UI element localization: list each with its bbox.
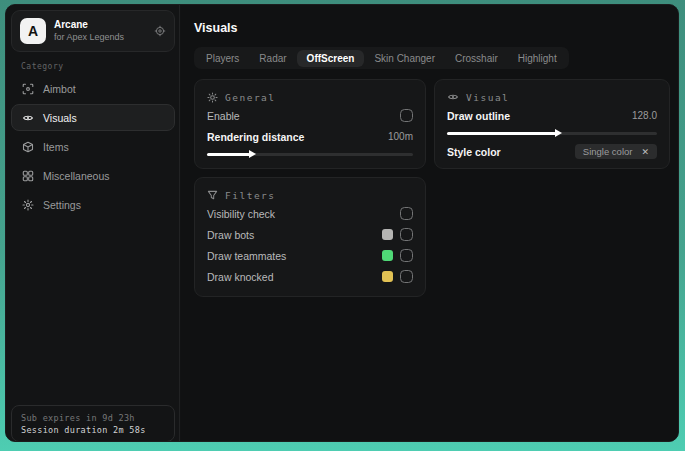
page-title: Visuals xyxy=(194,21,238,35)
tab-radar[interactable]: Radar xyxy=(249,50,296,67)
draw-bots-row: Draw bots xyxy=(207,224,413,245)
app-subtitle: for Apex Legends xyxy=(54,32,146,43)
sidebar-item-visuals[interactable]: Visuals xyxy=(11,104,175,131)
crosshair-icon xyxy=(22,83,34,95)
style-color-chip-label: Single color xyxy=(583,146,633,157)
main-content: Visuals Players Radar OffScreen Skin Cha… xyxy=(181,5,678,441)
tab-players[interactable]: Players xyxy=(196,50,249,67)
draw-teammates-label: Draw teammates xyxy=(207,250,286,262)
visibility-check-checkbox[interactable] xyxy=(400,207,413,220)
eye-icon xyxy=(447,91,459,103)
tab-crosshair[interactable]: Crosshair xyxy=(445,50,508,67)
category-label: Category xyxy=(21,62,64,71)
draw-knocked-label: Draw knocked xyxy=(207,271,274,283)
chip-close-icon[interactable]: ✕ xyxy=(641,147,649,157)
funnel-icon xyxy=(207,190,218,201)
app-logo: A xyxy=(20,18,46,44)
tab-offscreen[interactable]: OffScreen xyxy=(297,50,365,67)
sidebar-item-aimbot[interactable]: Aimbot xyxy=(11,75,175,102)
draw-knocked-color-swatch[interactable] xyxy=(382,271,393,282)
grid-icon xyxy=(22,170,34,182)
eye-scan-icon xyxy=(22,112,34,124)
visibility-check-row: Visibility check xyxy=(207,203,413,224)
card-general-title: General xyxy=(225,92,276,103)
package-icon xyxy=(22,141,34,153)
enable-label: Enable xyxy=(207,110,240,122)
enable-row: Enable xyxy=(207,105,413,126)
visuals-tabstrip: Players Radar OffScreen Skin Changer Cro… xyxy=(194,47,569,69)
draw-outline-row: Draw outline 128.0 xyxy=(447,105,657,126)
draw-outline-label: Draw outline xyxy=(447,110,510,122)
draw-knocked-checkbox[interactable] xyxy=(400,270,413,283)
sun-icon xyxy=(207,92,218,103)
sub-expiry-text: Sub expires in 9d 23h xyxy=(21,413,165,423)
style-color-row: Style color Single color ✕ xyxy=(447,141,657,162)
sidebar-item-label: Visuals xyxy=(43,112,77,124)
brand-gear-icon[interactable] xyxy=(154,25,166,37)
sidebar-item-miscellaneous[interactable]: Miscellaneous xyxy=(11,162,175,189)
gear-icon xyxy=(22,199,34,211)
sidebar-item-settings[interactable]: Settings xyxy=(11,191,175,218)
sidebar: A Arcane for Apex Legends Category xyxy=(6,5,180,441)
app-title: Arcane xyxy=(54,19,146,32)
app-window: A Arcane for Apex Legends Category xyxy=(5,4,679,442)
draw-teammates-row: Draw teammates xyxy=(207,245,413,266)
brand-card: A Arcane for Apex Legends xyxy=(11,10,175,52)
card-visual-title: Visual xyxy=(466,92,509,103)
card-visual: Visual Draw outline 128.0 Style color Si… xyxy=(434,79,670,169)
sidebar-item-label: Aimbot xyxy=(43,83,76,95)
card-filters: Filters Visibility check Draw bots Draw … xyxy=(194,177,426,297)
sidebar-item-items[interactable]: Items xyxy=(11,133,175,160)
draw-bots-checkbox[interactable] xyxy=(400,228,413,241)
rendering-distance-label: Rendering distance xyxy=(207,131,304,143)
style-color-select[interactable]: Single color ✕ xyxy=(575,144,657,159)
rendering-distance-value: 100m xyxy=(388,131,413,142)
draw-teammates-checkbox[interactable] xyxy=(400,249,413,262)
enable-checkbox[interactable] xyxy=(400,109,413,122)
sidebar-item-label: Settings xyxy=(43,199,81,211)
sidebar-item-label: Items xyxy=(43,141,69,153)
sidebar-nav: Aimbot Visuals Items xyxy=(11,75,175,218)
visibility-check-label: Visibility check xyxy=(207,208,275,220)
rendering-distance-row: Rendering distance 100m xyxy=(207,126,413,147)
sidebar-item-label: Miscellaneous xyxy=(43,170,110,182)
session-duration-text: Session duration 2m 58s xyxy=(21,425,165,435)
card-filters-title: Filters xyxy=(225,190,276,201)
card-general: General Enable Rendering distance 100m xyxy=(194,79,426,169)
draw-knocked-row: Draw knocked xyxy=(207,266,413,287)
rendering-distance-slider[interactable] xyxy=(207,149,413,159)
draw-outline-slider[interactable] xyxy=(447,128,657,138)
style-color-label: Style color xyxy=(447,146,501,158)
tab-highlight[interactable]: Highlight xyxy=(508,50,567,67)
draw-teammates-color-swatch[interactable] xyxy=(382,250,393,261)
subscription-info-box: Sub expires in 9d 23h Session duration 2… xyxy=(11,405,175,442)
draw-bots-color-swatch[interactable] xyxy=(382,229,393,240)
draw-bots-label: Draw bots xyxy=(207,229,254,241)
tab-skin-changer[interactable]: Skin Changer xyxy=(364,50,445,67)
draw-outline-value: 128.0 xyxy=(632,110,657,121)
